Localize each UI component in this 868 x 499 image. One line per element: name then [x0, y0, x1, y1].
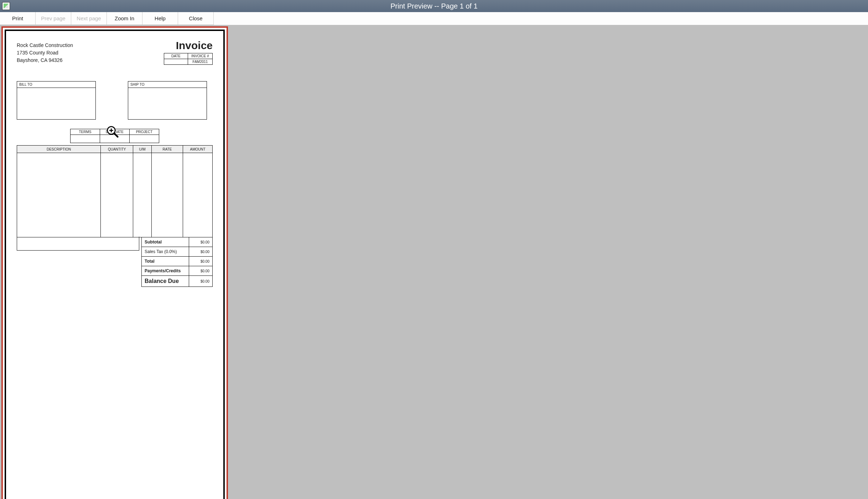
terms-header: TERMS: [71, 129, 100, 135]
items-table: DESCRIPTION QUANTITY U/M RATE AMOUNT: [17, 145, 213, 237]
payments-label: Payments/Credits: [142, 266, 189, 276]
duedate-value: [100, 135, 130, 143]
date-value: [164, 59, 188, 65]
duedate-header: DUE DATE: [100, 129, 130, 135]
page-preview[interactable]: Rock Castle Construction 1735 County Roa…: [1, 26, 228, 499]
next-page-button: Next page: [71, 12, 107, 25]
terms-value: [71, 135, 100, 143]
table-row: [17, 153, 213, 237]
date-invoice-table: DATE INVOICE # FAM2011: [164, 53, 213, 65]
below-description-box: [17, 237, 139, 251]
totals-table: Subtotal $0.00 Sales Tax (0.0%) $0.00 To…: [141, 237, 213, 287]
total-label: Total: [142, 257, 189, 266]
project-value: [130, 135, 159, 143]
total-value: $0.00: [189, 257, 213, 266]
col-description: DESCRIPTION: [17, 146, 101, 153]
app-icon: [2, 2, 10, 10]
salestax-label: Sales Tax (0.0%): [142, 247, 189, 257]
window-titlebar: Print Preview -- Page 1 of 1: [0, 0, 868, 12]
help-button[interactable]: Help: [142, 12, 178, 25]
invno-value: FAM2011: [188, 59, 213, 65]
date-header: DATE: [164, 53, 188, 59]
subtotal-value: $0.00: [189, 237, 213, 247]
col-um: U/M: [133, 146, 152, 153]
toolbar: Print Prev page Next page Zoom In Help C…: [0, 12, 868, 25]
balance-value: $0.00: [189, 276, 213, 287]
ship-to-label: SHIP TO: [128, 82, 207, 88]
payments-value: $0.00: [189, 266, 213, 276]
subtotal-label: Subtotal: [142, 237, 189, 247]
print-button[interactable]: Print: [0, 12, 36, 25]
invoice-title: Invoice: [176, 40, 213, 52]
bill-to-box: BILL TO: [17, 81, 96, 120]
project-header: PROJECT: [130, 129, 159, 135]
invno-header: INVOICE #: [188, 53, 213, 59]
col-amount: AMOUNT: [183, 146, 213, 153]
salestax-value: $0.00: [189, 247, 213, 257]
balance-label: Balance Due: [142, 276, 189, 287]
close-button[interactable]: Close: [178, 12, 214, 25]
col-quantity: QUANTITY: [101, 146, 133, 153]
preview-workspace: Rock Castle Construction 1735 County Roa…: [0, 25, 868, 499]
page-inner: Rock Castle Construction 1735 County Roa…: [5, 30, 225, 499]
window-title: Print Preview -- Page 1 of 1: [390, 2, 478, 10]
ship-to-box: SHIP TO: [128, 81, 207, 120]
col-rate: RATE: [151, 146, 183, 153]
prev-page-button: Prev page: [36, 12, 71, 25]
terms-table: TERMS DUE DATE PROJECT: [70, 129, 159, 143]
bill-to-label: BILL TO: [17, 82, 95, 88]
zoom-in-button[interactable]: Zoom In: [107, 12, 142, 25]
